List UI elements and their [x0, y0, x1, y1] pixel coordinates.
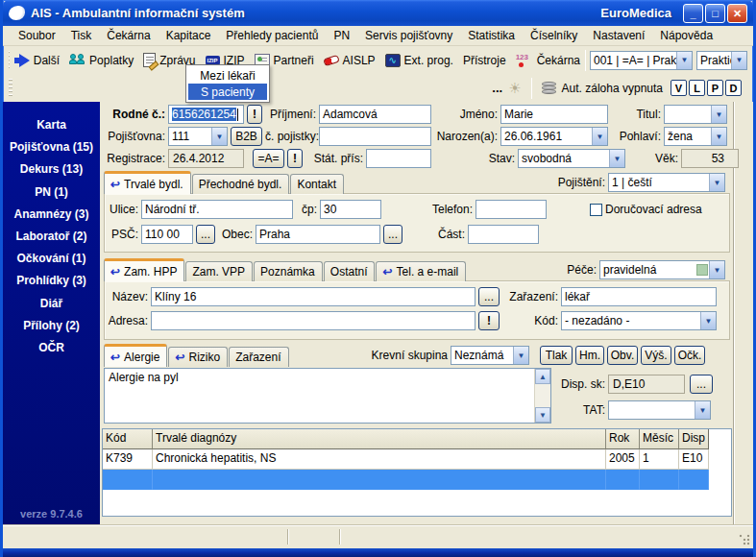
fees-button[interactable]: Poplatky: [64, 51, 138, 70]
sidebar-item-pojistovna[interactable]: Pojišťovna (15): [10, 140, 93, 154]
menu-ciselniky[interactable]: Číselníky: [523, 27, 585, 44]
title-combobox[interactable]: ▼: [664, 105, 727, 124]
chevron-down-icon[interactable]: ▼: [711, 128, 726, 145]
birth-number-input[interactable]: 6156261254: [168, 105, 244, 124]
district-input[interactable]: [468, 225, 539, 244]
surname-input[interactable]: Adamcová: [319, 105, 431, 124]
tab-riziko[interactable]: ↩ Riziko: [168, 347, 228, 367]
sidebar-item-diar[interactable]: Diář: [40, 297, 62, 310]
chevron-down-icon[interactable]: ▼: [695, 401, 710, 419]
menu-cekarna[interactable]: Čekárna: [99, 27, 158, 44]
chevron-down-icon[interactable]: ▼: [709, 261, 724, 278]
phone-input[interactable]: [476, 200, 547, 219]
col-disp[interactable]: Disp: [679, 429, 709, 449]
employer-warning-button[interactable]: !: [478, 311, 500, 330]
insurance-type-combobox[interactable]: 1 | čeští ▼: [608, 173, 725, 192]
tab-prechodne-bydliste[interactable]: Přechodné bydl.: [192, 174, 290, 194]
sun-icon[interactable]: ☀: [508, 80, 521, 97]
zip-input[interactable]: 110 00: [141, 225, 193, 244]
care-combobox[interactable]: pravidelná ▼: [599, 260, 725, 279]
street-input[interactable]: Národní tř.: [141, 200, 293, 219]
blood-group-combobox[interactable]: Neznámá ▼: [451, 346, 529, 365]
devices-button[interactable]: Přístroje: [458, 52, 511, 69]
menu-item-mezi-lekari[interactable]: Mezi lékaři: [188, 67, 267, 84]
toolbar-grip[interactable]: [9, 51, 10, 70]
tab-kontakt[interactable]: Kontakt: [290, 174, 344, 194]
height-button[interactable]: Výš.: [641, 346, 671, 365]
code-combobox[interactable]: - nezadáno - ▼: [561, 311, 717, 330]
menu-servis-pojistovny[interactable]: Servis pojišťovny: [357, 27, 460, 44]
menu-soubor[interactable]: Soubor: [11, 27, 63, 44]
quick-button-p[interactable]: P: [707, 80, 723, 96]
marital-status-combobox[interactable]: svobodná ▼: [518, 149, 625, 168]
registration-warning-button[interactable]: !: [287, 149, 303, 168]
firstname-input[interactable]: Marie: [500, 105, 608, 124]
col-trvale-diagnozy[interactable]: Trvalé diagnózy: [153, 429, 606, 449]
close-button[interactable]: ✕: [727, 4, 747, 23]
tab-tel-email[interactable]: ↩ Tel. a e-mail: [376, 261, 466, 281]
group-combobox[interactable]: Praktici ▼: [696, 51, 747, 70]
col-rok[interactable]: Rok: [606, 429, 640, 449]
b2b-button[interactable]: B2B: [231, 127, 262, 146]
minimize-button[interactable]: _: [683, 4, 703, 23]
mailing-address-checkbox[interactable]: [590, 204, 602, 216]
chevron-down-icon[interactable]: ▼: [731, 52, 746, 69]
tab-zam-hpp[interactable]: ↩ Zam. HPP: [104, 258, 184, 281]
pressure-button[interactable]: Tlak: [540, 346, 573, 365]
scroll-up-icon[interactable]: ▲: [535, 369, 550, 384]
tab-trvale-bydliste[interactable]: ↩ Trvalé bydl.: [104, 171, 191, 194]
employer-address-input[interactable]: [151, 311, 476, 330]
scroll-down-icon[interactable]: ▼: [535, 407, 550, 423]
sidebar-item-prilohy[interactable]: Přílohy (2): [23, 319, 80, 332]
menu-statistika[interactable]: Statistika: [460, 27, 523, 44]
sidebar-item-pn[interactable]: PN (1): [35, 185, 68, 199]
sex-combobox[interactable]: žena ▼: [664, 127, 727, 146]
quick-button-d[interactable]: D: [725, 80, 742, 96]
zip-lookup-button[interactable]: ...: [196, 225, 215, 244]
col-mesic[interactable]: Měsíc: [640, 429, 679, 449]
sidebar-item-anamnezy[interactable]: Anamnézy (3): [13, 207, 88, 221]
citizenship-input[interactable]: [366, 149, 431, 168]
quick-button-v[interactable]: V: [671, 80, 687, 96]
sidebar-item-dekurs[interactable]: Dekurs (13): [20, 162, 83, 176]
table-row[interactable]: K739 Chronická hepatitis, NS 2005 1 E10: [103, 449, 731, 470]
menu-item-s-pacienty[interactable]: S pacienty: [188, 84, 267, 100]
chevron-down-icon[interactable]: ▼: [211, 128, 227, 145]
sidebar-item-ockovani[interactable]: Očkování (1): [16, 252, 85, 265]
ext-prog-button[interactable]: ∿ Ext. prog.: [380, 52, 458, 69]
chevron-down-icon[interactable]: ▼: [676, 52, 692, 69]
toolbar-grip[interactable]: [9, 79, 12, 98]
weight-button[interactable]: Hm.: [575, 346, 604, 365]
menu-nastaveni[interactable]: Nastavení: [585, 27, 652, 44]
tat-combobox[interactable]: ▼: [608, 400, 711, 420]
aaa-button[interactable]: =A=: [253, 149, 284, 168]
tab-ostatni[interactable]: Ostatní: [324, 261, 376, 281]
house-number-input[interactable]: 30: [320, 200, 381, 219]
doctor-combobox[interactable]: 001 | =A= | Praktici | M. ▼: [590, 51, 693, 70]
table-row-selected[interactable]: [103, 470, 731, 490]
more-options-label[interactable]: ...: [492, 81, 502, 95]
chevron-down-icon[interactable]: ▼: [700, 312, 716, 329]
waiting-room-button[interactable]: 123 Čekárna: [511, 51, 585, 70]
vaccination-button[interactable]: Očk.: [674, 346, 705, 365]
policy-number-input[interactable]: [319, 127, 431, 146]
aislp-button[interactable]: AISLP: [319, 52, 380, 69]
sidebar-item-ocr[interactable]: OČR: [38, 341, 64, 354]
tab-poznamka[interactable]: Poznámka: [254, 261, 323, 281]
circumference-button[interactable]: Obv.: [607, 346, 638, 365]
city-input[interactable]: Praha: [256, 225, 380, 244]
sidebar-item-karta[interactable]: Karta: [37, 118, 66, 132]
quick-button-l[interactable]: L: [689, 80, 705, 96]
birthdate-combobox[interactable]: 26.06.1961 ▼: [500, 127, 608, 146]
insurer-combobox[interactable]: 111 ▼: [168, 127, 228, 146]
birth-number-warning-button[interactable]: !: [247, 105, 262, 124]
chevron-down-icon[interactable]: ▼: [711, 106, 726, 123]
tab-alergie[interactable]: ↩ Alergie: [104, 344, 167, 367]
employer-lookup-button[interactable]: ...: [478, 287, 500, 306]
menu-tisk[interactable]: Tisk: [63, 27, 100, 44]
city-lookup-button[interactable]: ...: [383, 225, 402, 244]
menu-prehledy-pacientu[interactable]: Přehledy pacientů: [218, 27, 326, 44]
menu-pn[interactable]: PN: [326, 27, 357, 44]
chevron-down-icon[interactable]: ▼: [709, 174, 724, 191]
position-input[interactable]: lékař: [561, 287, 717, 306]
